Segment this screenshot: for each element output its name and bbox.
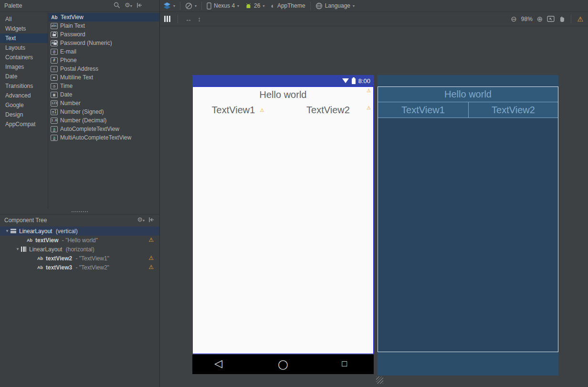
design-view-content[interactable]: Hello world ⚠ TextView1 ⚠ TextView2 ⚠ (192, 86, 374, 354)
top-toolbar: Palette ⚙▾ ▾ ▾ (0, 0, 588, 12)
palette-item-time[interactable]: ◷Time (49, 82, 159, 90)
panel-splitter-handle[interactable] (0, 209, 159, 214)
nav-back-icon: ◁ (214, 357, 222, 370)
zoom-in-icon[interactable]: ⊕ (537, 15, 543, 23)
palette-item-phone[interactable]: #Phone (49, 56, 159, 64)
tree-node-linearlayout-horizontal[interactable]: ▼LinearLayout (horizontal) (0, 245, 159, 254)
language-selector[interactable]: Language ▾ (315, 0, 355, 11)
palette-item-postal-address[interactable]: ⌂Postal Address (49, 64, 159, 73)
palette-item-multiline-text[interactable]: ≡Multiline Text (49, 73, 159, 82)
palette-item-password[interactable]: Password (49, 30, 159, 39)
palette-item-label: E-mail (60, 48, 76, 55)
design-textview1[interactable]: TextView1 ⚠ (193, 102, 283, 118)
palette-item-date[interactable]: ▦Date (49, 90, 159, 99)
blueprint-linearlayout-horizontal[interactable]: TextView1 TextView2 (378, 102, 558, 118)
palette-category-widgets[interactable]: Widgets (0, 24, 48, 33)
palette-category-all[interactable]: All (0, 14, 48, 24)
panel-divider[interactable] (159, 0, 160, 387)
number-signed-icon: ±1 (51, 109, 58, 115)
palette-category-appcompat[interactable]: AppCompat (0, 119, 48, 129)
linearlayout-vertical-icon (10, 229, 16, 234)
resize-vertical-icon[interactable]: ↕ (198, 15, 201, 23)
palette-category-google[interactable]: Google (0, 100, 48, 110)
palette-item-autocompletetextview[interactable]: aAutoCompleteTextView (49, 125, 159, 133)
textview1-text: TextView1 (401, 105, 445, 116)
textview-icon: Ab (27, 238, 32, 243)
palette-item-label: AutoCompleteTextView (60, 126, 119, 132)
zoom-to-fit-icon[interactable] (547, 16, 555, 22)
tree-node-textview2-textview1[interactable]: AbtextView2 - "TextView1"⚠ (0, 254, 159, 263)
theme-icon: ◐ (271, 2, 274, 10)
palette-item-number-decimal[interactable]: 1.0Number (Decimal) (49, 116, 159, 125)
palette-panel-title: Palette (4, 2, 22, 9)
tree-node-linearlayout-vertical[interactable]: ▼LinearLayout (vertical) (0, 226, 159, 236)
palette-item-label: Time (60, 83, 73, 89)
expand-arrow-icon[interactable]: ▼ (4, 229, 10, 233)
palette-item-number[interactable]: 123Number (49, 99, 159, 108)
tree-node-detail: - "TextView2" (74, 264, 109, 271)
palette-item-number-signed[interactable]: ±1Number (Signed) (49, 108, 159, 116)
tree-node-name: textView2 (46, 255, 72, 262)
wifi-icon (342, 78, 349, 83)
chevron-down-icon: ▾ (195, 4, 197, 8)
expand-arrow-icon[interactable]: ▼ (14, 247, 21, 251)
search-icon[interactable] (114, 2, 120, 9)
blueprint-textview-hello[interactable]: Hello world (378, 87, 558, 102)
palette-item-plain-text[interactable]: abcPlain Text (49, 22, 159, 30)
resize-horizontal-icon[interactable]: ↔ (185, 15, 192, 23)
tree-node-textview3-textview2[interactable]: AbtextView3 - "TextView2"⚠ (0, 263, 159, 272)
hide-tree-icon[interactable] (148, 217, 155, 223)
number-icon: 123 (51, 100, 58, 107)
pan-hand-icon[interactable] (559, 16, 565, 22)
palette-header-icons: ⚙▾ (114, 1, 143, 9)
blueprint-textview1[interactable]: TextView1 (378, 102, 469, 118)
palette-category-transitions[interactable]: Transitions (0, 81, 48, 91)
palette-category-layouts[interactable]: Layouts (0, 43, 48, 53)
palette-item-textview[interactable]: AbTextView (49, 13, 159, 22)
palette-category-design[interactable]: Design (0, 110, 48, 119)
layout-variants-icon[interactable] (164, 16, 170, 22)
tree-node-textview-hello-world[interactable]: AbtextView - "Hello world"⚠ (0, 236, 159, 245)
design-textview-hello[interactable]: Hello world (193, 87, 373, 102)
design-surface[interactable]: 8:00 Hello world ⚠ TextView1 ⚠ TextView2… (160, 27, 588, 387)
palette-item-e-mail[interactable]: @E-mail (49, 47, 159, 56)
device-label: Nexus 4 (214, 2, 235, 9)
palette-category-containers[interactable]: Containers (0, 53, 48, 62)
api-level-selector[interactable]: 26 ▾ (245, 0, 264, 11)
palette-category-advanced[interactable]: Advanced (0, 91, 48, 100)
canvas-resize-grip[interactable] (376, 376, 383, 384)
tree-settings-gear-icon[interactable]: ⚙▾ (137, 216, 145, 223)
linearlayout-horizontal-icon (21, 247, 26, 252)
blueprint-root-layout[interactable]: Hello world TextView1 TextView2 (378, 86, 558, 352)
zoom-out-icon[interactable]: ⊖ (511, 15, 517, 23)
design-textview2[interactable]: TextView2 (283, 102, 373, 118)
layers-icon (163, 2, 171, 9)
warnings-indicator-icon[interactable]: ⚠ (577, 15, 583, 23)
phone-icon: # (51, 57, 58, 64)
textview-icon: Ab (37, 256, 43, 261)
canvas-toolbar: ↔ ↕ ⊖ 98% ⊕ ⚠ (160, 12, 588, 26)
zoom-level: 98% (521, 16, 533, 22)
android-nav-bar: ◁ ◯ □ (192, 355, 374, 374)
chevron-down-icon: ▾ (353, 4, 355, 8)
blueprint-textview2[interactable]: TextView2 (469, 102, 558, 118)
orientation-selector[interactable]: ▾ (185, 0, 197, 11)
palette-settings-gear-icon[interactable]: ⚙▾ (125, 1, 132, 9)
palette-category-date[interactable]: Date (0, 72, 48, 81)
theme-selector[interactable]: ◐ AppTheme (271, 0, 305, 11)
warning-icon: ⚠ (367, 88, 371, 93)
design-mode-selector[interactable]: ▾ (163, 0, 175, 11)
palette-item-label: Postal Address (60, 65, 98, 72)
blueprint-view-phone: Hello world TextView1 TextView2 (378, 75, 558, 376)
palette-item-password-numeric[interactable]: #Password (Numeric) (49, 39, 159, 47)
textview-icon: Ab (37, 265, 43, 270)
textview2-text: TextView2 (306, 105, 350, 116)
device-selector[interactable]: Nexus 4 ▾ (207, 0, 239, 11)
hello-world-text: Hello world (260, 89, 307, 100)
palette-item-multiautocompletetextview[interactable]: aMultiAutoCompleteTextView (49, 133, 159, 142)
hide-palette-icon[interactable] (136, 2, 143, 8)
tree-node-name: textView (35, 237, 58, 244)
palette-category-images[interactable]: Images (0, 62, 48, 72)
palette-category-text[interactable]: Text (0, 33, 48, 43)
tree-node-detail: - "Hello world" (60, 237, 98, 244)
